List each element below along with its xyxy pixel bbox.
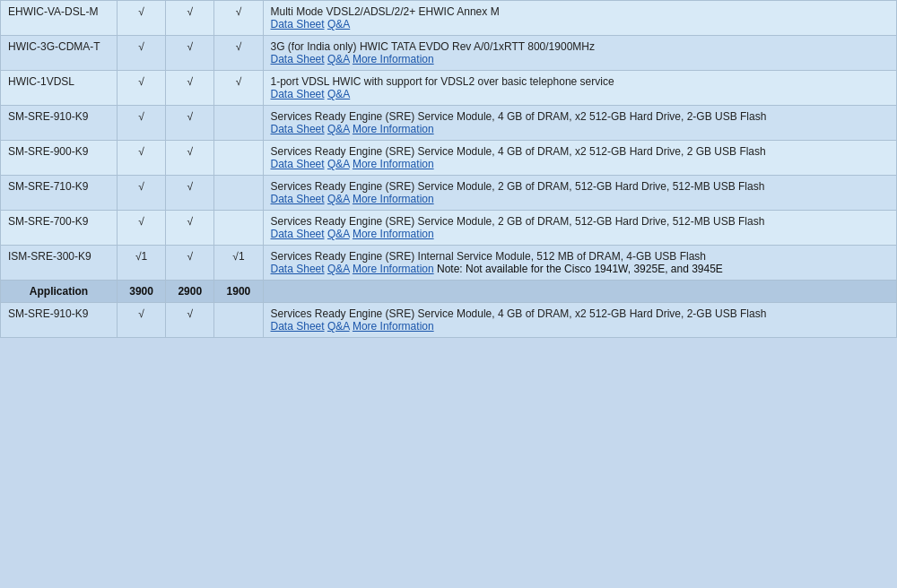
table-row: SM-SRE-700-K9√√Services Ready Engine (SR… — [1, 211, 897, 246]
cell-model: SM-SRE-710-K9 — [1, 176, 118, 211]
cell-col1900 — [214, 106, 263, 141]
link-more-information[interactable]: More Information — [353, 158, 434, 170]
link-q&a[interactable]: Q&A — [327, 88, 350, 100]
cell-col2900: √ — [166, 176, 214, 211]
header-cell-col3900: 3900 — [118, 281, 166, 303]
cell-col2900: √ — [166, 36, 214, 71]
link-data-sheet[interactable]: Data Sheet — [271, 123, 325, 135]
link-data-sheet[interactable]: Data Sheet — [271, 18, 325, 30]
table-container: EHWIC-VA-DSL-M√√√Multi Mode VDSL2/ADSL/2… — [0, 0, 897, 588]
link-q&a[interactable]: Q&A — [327, 263, 350, 275]
link-q&a[interactable]: Q&A — [327, 158, 350, 170]
cell-desc: Multi Mode VDSL2/ADSL/2/2+ EHWIC Annex M… — [263, 1, 896, 36]
link-data-sheet[interactable]: Data Sheet — [271, 263, 325, 275]
link-more-information[interactable]: More Information — [353, 228, 434, 240]
link-more-information[interactable]: More Information — [353, 193, 434, 205]
cell-col3900: √ — [118, 106, 166, 141]
link-data-sheet[interactable]: Data Sheet — [271, 228, 325, 240]
cell-desc: Services Ready Engine (SRE) Service Modu… — [263, 303, 896, 338]
cell-desc: 3G (for India only) HWIC TATA EVDO Rev A… — [263, 36, 896, 71]
cell-col1900 — [214, 176, 263, 211]
cell-model: SM-SRE-910-K9 — [1, 303, 118, 338]
cell-col2900: √ — [166, 1, 214, 36]
cell-model: HWIC-3G-CDMA-T — [1, 36, 118, 71]
cell-col3900: √ — [118, 141, 166, 176]
cell-col1900 — [214, 303, 263, 338]
link-more-information[interactable]: More Information — [353, 320, 434, 333]
cell-col2900: √ — [166, 303, 214, 338]
table-header-row: Application390029001900 — [1, 281, 897, 303]
link-more-information[interactable]: More Information — [353, 53, 434, 65]
table-row: SM-SRE-910-K9√√Services Ready Engine (SR… — [1, 106, 897, 141]
cell-col3900: √1 — [118, 246, 166, 281]
link-q&a[interactable]: Q&A — [327, 53, 350, 65]
cell-desc: 1-port VDSL HWIC with support for VDSL2 … — [263, 71, 896, 106]
table-row: ISM-SRE-300-K9√1√√1Services Ready Engine… — [1, 246, 897, 281]
link-q&a[interactable]: Q&A — [327, 320, 350, 333]
cell-col1900 — [214, 211, 263, 246]
cell-col1900 — [214, 141, 263, 176]
cell-col2900: √ — [166, 246, 214, 281]
compatibility-table: EHWIC-VA-DSL-M√√√Multi Mode VDSL2/ADSL/2… — [0, 0, 897, 338]
cell-model: SM-SRE-910-K9 — [1, 106, 118, 141]
header-cell-col2900: 2900 — [166, 281, 214, 303]
cell-desc: Services Ready Engine (SRE) Internal Ser… — [263, 246, 896, 281]
cell-col3900: √ — [118, 211, 166, 246]
link-more-information[interactable]: More Information — [353, 123, 434, 135]
page-wrapper: EHWIC-VA-DSL-M√√√Multi Mode VDSL2/ADSL/2… — [0, 0, 897, 588]
cell-model: EHWIC-VA-DSL-M — [1, 1, 118, 36]
table-row: HWIC-3G-CDMA-T√√√3G (for India only) HWI… — [1, 36, 897, 71]
cell-col3900: √ — [118, 71, 166, 106]
link-data-sheet[interactable]: Data Sheet — [271, 88, 325, 100]
cell-desc: Services Ready Engine (SRE) Service Modu… — [263, 141, 896, 176]
header-cell-model: Application — [1, 281, 118, 303]
table-row: SM-SRE-900-K9√√Services Ready Engine (SR… — [1, 141, 897, 176]
table-row: SM-SRE-710-K9√√Services Ready Engine (SR… — [1, 176, 897, 211]
link-q&a[interactable]: Q&A — [327, 193, 350, 205]
cell-model: ISM-SRE-300-K9 — [1, 246, 118, 281]
cell-model: SM-SRE-900-K9 — [1, 141, 118, 176]
link-data-sheet[interactable]: Data Sheet — [271, 53, 325, 65]
cell-desc: Services Ready Engine (SRE) Service Modu… — [263, 211, 896, 246]
link-q&a[interactable]: Q&A — [327, 228, 350, 240]
cell-model: HWIC-1VDSL — [1, 71, 118, 106]
cell-col2900: √ — [166, 141, 214, 176]
link-q&a[interactable]: Q&A — [327, 123, 350, 135]
table-row: EHWIC-VA-DSL-M√√√Multi Mode VDSL2/ADSL/2… — [1, 1, 897, 36]
header-cell-desc — [263, 281, 896, 303]
cell-col2900: √ — [166, 106, 214, 141]
link-data-sheet[interactable]: Data Sheet — [271, 193, 325, 205]
link-more-information[interactable]: More Information — [353, 263, 434, 275]
cell-col1900: √ — [214, 71, 263, 106]
cell-col3900: √ — [118, 303, 166, 338]
table-row: HWIC-1VDSL√√√1-port VDSL HWIC with suppo… — [1, 71, 897, 106]
cell-col3900: √ — [118, 1, 166, 36]
cell-col2900: √ — [166, 211, 214, 246]
cell-col1900: √ — [214, 36, 263, 71]
cell-col3900: √ — [118, 36, 166, 71]
table-row: SM-SRE-910-K9√√Services Ready Engine (SR… — [1, 303, 897, 338]
cell-col2900: √ — [166, 71, 214, 106]
cell-col1900: √1 — [214, 246, 263, 281]
cell-model: SM-SRE-700-K9 — [1, 211, 118, 246]
link-q&a[interactable]: Q&A — [327, 18, 350, 30]
link-data-sheet[interactable]: Data Sheet — [271, 320, 325, 333]
cell-note: Note: Not available for the Cisco 1941W,… — [437, 263, 723, 275]
header-cell-col1900: 1900 — [214, 281, 263, 303]
cell-col1900: √ — [214, 1, 263, 36]
cell-col3900: √ — [118, 176, 166, 211]
cell-desc: Services Ready Engine (SRE) Service Modu… — [263, 176, 896, 211]
cell-desc: Services Ready Engine (SRE) Service Modu… — [263, 106, 896, 141]
link-data-sheet[interactable]: Data Sheet — [271, 158, 325, 170]
